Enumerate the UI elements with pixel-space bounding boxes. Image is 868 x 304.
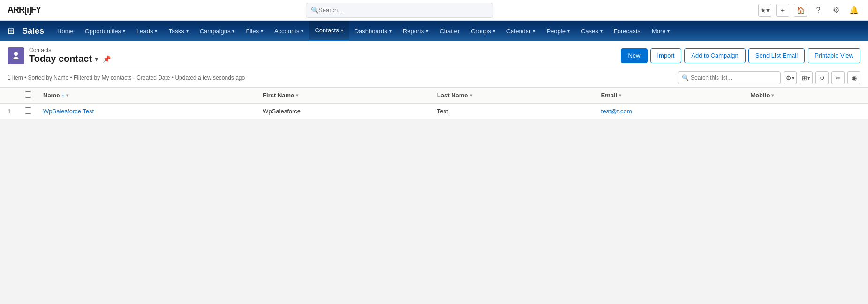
search-list-input[interactable] bbox=[691, 74, 777, 81]
import-button[interactable]: Import bbox=[650, 48, 682, 63]
nav-item-forecasts[interactable]: Forecasts bbox=[608, 21, 646, 41]
nav-item-more[interactable]: More ▾ bbox=[646, 21, 676, 41]
list-title-text: Today contact bbox=[29, 53, 92, 64]
mobile-col-label: Mobile bbox=[750, 92, 770, 99]
nav-item-groups-label: Groups bbox=[471, 28, 491, 35]
chevron-down-icon: ▾ bbox=[155, 29, 157, 34]
nav-item-chatter-label: Chatter bbox=[439, 28, 460, 35]
add-to-campaign-button[interactable]: Add to Campaign bbox=[684, 48, 745, 63]
printable-view-button[interactable]: Printable View bbox=[808, 48, 860, 63]
nav-item-contacts-label: Contacts bbox=[315, 27, 339, 34]
nav-item-accounts[interactable]: Accounts ▾ bbox=[269, 21, 309, 41]
nav-item-files-label: Files bbox=[246, 28, 258, 35]
add-icon[interactable]: + bbox=[776, 4, 789, 17]
list-title-dropdown-icon[interactable]: ▾ bbox=[95, 55, 98, 63]
breadcrumb: Contacts bbox=[29, 47, 111, 53]
name-link[interactable]: WpSalesforce Test bbox=[43, 108, 94, 115]
chevron-down-icon: ▾ bbox=[667, 29, 670, 34]
last-name-column-header[interactable]: Last Name ▾ bbox=[431, 88, 596, 104]
nav-item-reports[interactable]: Reports ▾ bbox=[397, 21, 434, 41]
nav-item-home-label: Home bbox=[57, 28, 74, 35]
name-column-header[interactable]: Name ↑ ▾ bbox=[38, 88, 257, 104]
first-name-value: WpSalesforce bbox=[263, 108, 301, 115]
first-name-cell: WpSalesforce bbox=[257, 104, 431, 119]
search-list-icon: 🔍 bbox=[682, 74, 689, 81]
help-icon[interactable]: ? bbox=[812, 4, 825, 17]
settings-icon[interactable]: ⚙ bbox=[830, 4, 843, 17]
email-column-header[interactable]: Email ▾ bbox=[596, 88, 745, 104]
nav-item-campaigns[interactable]: Campaigns ▾ bbox=[194, 21, 241, 41]
nav-item-groups[interactable]: Groups ▾ bbox=[465, 21, 501, 41]
list-view-title: Today contact ▾ 📌 bbox=[29, 53, 111, 64]
first-name-column-header[interactable]: First Name ▾ bbox=[257, 88, 431, 104]
row-select bbox=[19, 104, 38, 119]
nav-item-calendar-label: Calendar bbox=[506, 28, 531, 35]
send-list-email-button[interactable]: Send List Email bbox=[748, 48, 805, 63]
nav-item-opportunities-label: Opportunities bbox=[85, 28, 121, 35]
refresh-button[interactable]: ↺ bbox=[815, 71, 829, 84]
list-view-toggle-button[interactable]: ⊞▾ bbox=[800, 71, 813, 84]
table-row: 1 WpSalesforce Test WpSalesforce Test te bbox=[0, 104, 868, 119]
nav-item-opportunities[interactable]: Opportunities ▾ bbox=[79, 21, 131, 41]
chevron-down-icon: ▾ bbox=[123, 29, 125, 34]
nav-item-accounts-label: Accounts bbox=[274, 28, 299, 35]
list-view: Contacts Today contact ▾ 📌 New Import Ad… bbox=[0, 41, 868, 119]
nav-item-cases[interactable]: Cases ▾ bbox=[575, 21, 608, 41]
nav-item-leads[interactable]: Leads ▾ bbox=[131, 21, 163, 41]
contacts-icon bbox=[8, 47, 24, 64]
name-cell: WpSalesforce Test bbox=[38, 104, 257, 119]
first-name-col-sort-icon: ▾ bbox=[296, 93, 298, 98]
content-area: Contacts Today contact ▾ 📌 New Import Ad… bbox=[0, 41, 868, 304]
global-search-bar[interactable]: 🔍 bbox=[306, 3, 493, 18]
chart-button[interactable]: ◉ bbox=[847, 71, 860, 84]
last-name-col-label: Last Name bbox=[437, 92, 468, 99]
select-all-header bbox=[19, 88, 38, 104]
nav-item-tasks[interactable]: Tasks ▾ bbox=[163, 21, 194, 41]
global-search-input[interactable] bbox=[318, 7, 488, 14]
nav-item-forecasts-label: Forecasts bbox=[614, 28, 641, 35]
chevron-down-icon: ▾ bbox=[600, 29, 603, 34]
nav-item-contacts[interactable]: Contacts ▾ bbox=[309, 21, 348, 41]
nav-item-chatter[interactable]: Chatter bbox=[434, 21, 465, 41]
row-checkbox[interactable] bbox=[25, 107, 31, 114]
chevron-down-icon: ▾ bbox=[426, 29, 428, 34]
new-button[interactable]: New bbox=[621, 48, 647, 63]
nav-item-dashboards[interactable]: Dashboards ▾ bbox=[349, 21, 397, 41]
app-logo: ARR[i]FY bbox=[8, 5, 41, 15]
row-number: 1 bbox=[0, 104, 19, 119]
utility-icons: ★▾ + 🏠 ? ⚙ 🔔 bbox=[758, 4, 860, 17]
mobile-cell bbox=[745, 104, 868, 119]
data-table: Name ↑ ▾ First Name ▾ Last Name bbox=[0, 87, 868, 119]
nav-item-dashboards-label: Dashboards bbox=[355, 28, 387, 35]
email-link[interactable]: test@t.com bbox=[601, 108, 632, 115]
row-number-header bbox=[0, 88, 19, 104]
pin-icon[interactable]: 📌 bbox=[103, 55, 111, 63]
nav-item-reports-label: Reports bbox=[403, 28, 424, 35]
nav-items: Home Opportunities ▾ Leads ▾ Tasks ▾ Cam… bbox=[52, 21, 675, 41]
nav-item-calendar[interactable]: Calendar ▾ bbox=[501, 21, 541, 41]
nav-item-people[interactable]: People ▾ bbox=[541, 21, 575, 41]
nav-item-files[interactable]: Files ▾ bbox=[240, 21, 268, 41]
email-col-label: Email bbox=[601, 92, 618, 99]
list-settings-button[interactable]: ⚙▾ bbox=[784, 71, 797, 84]
chevron-down-icon: ▾ bbox=[186, 29, 189, 34]
list-header-left: Contacts Today contact ▾ 📌 bbox=[8, 47, 111, 64]
notifications-icon[interactable]: 🔔 bbox=[847, 4, 860, 17]
chevron-down-icon: ▾ bbox=[533, 29, 535, 34]
search-list-container: 🔍 bbox=[678, 71, 781, 84]
first-name-col-label: First Name bbox=[263, 92, 294, 99]
favorites-icon[interactable]: ★▾ bbox=[758, 4, 771, 17]
nav-item-home[interactable]: Home bbox=[52, 21, 79, 41]
grid-icon[interactable]: ⊞ bbox=[4, 21, 18, 41]
mobile-column-header[interactable]: Mobile ▾ bbox=[745, 88, 868, 104]
nav-item-tasks-label: Tasks bbox=[168, 28, 184, 35]
email-cell: test@t.com bbox=[596, 104, 745, 119]
chevron-down-icon: ▾ bbox=[341, 28, 343, 33]
edit-columns-button[interactable]: ✏ bbox=[831, 71, 845, 84]
chevron-down-icon: ▾ bbox=[301, 29, 303, 34]
chevron-down-icon: ▾ bbox=[389, 29, 392, 34]
home-icon[interactable]: 🏠 bbox=[794, 4, 807, 17]
mobile-col-sort-icon: ▾ bbox=[771, 93, 774, 98]
select-all-checkbox[interactable] bbox=[25, 91, 31, 98]
name-col-sort-icon: ▾ bbox=[66, 93, 68, 98]
